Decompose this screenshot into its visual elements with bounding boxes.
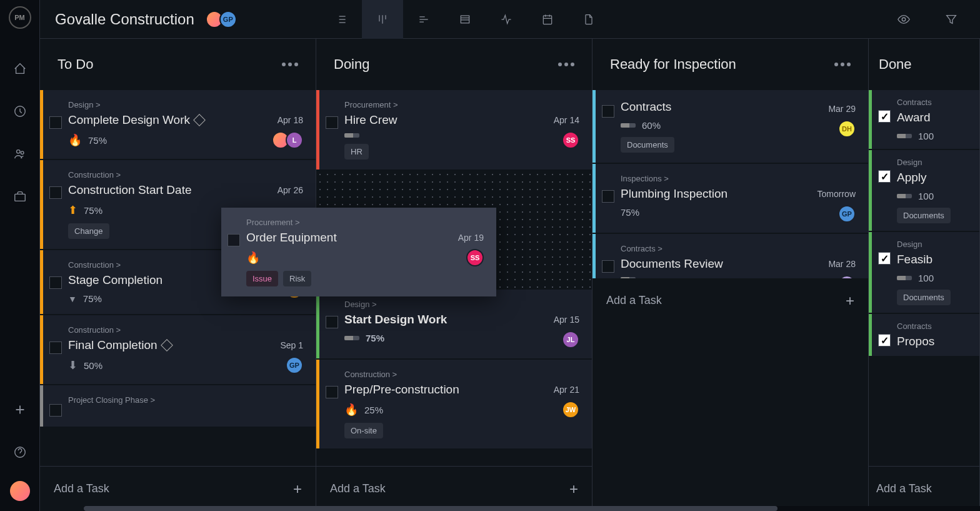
assignee-avatar[interactable]: GP	[838, 205, 856, 223]
task-breadcrumb: Design >	[68, 100, 253, 109]
task-checkbox[interactable]	[326, 316, 338, 328]
assignee-avatar[interactable]: DH	[838, 120, 856, 138]
column-menu-icon[interactable]	[834, 63, 851, 66]
kanban-board: To Do Design > Complete Design Work 🔥75%…	[40, 39, 980, 511]
plus-icon: +	[293, 480, 302, 498]
task-checkbox[interactable]	[49, 404, 62, 417]
task-checkbox[interactable]	[49, 276, 62, 289]
task-title: Propos	[897, 335, 979, 348]
task-date: Apr 15	[554, 315, 579, 325]
task-title: Hire Crew	[344, 113, 529, 127]
column-menu-icon[interactable]	[282, 63, 298, 66]
task-title: Construction Start Date	[68, 183, 253, 197]
assignee-avatar[interactable]: SS	[466, 249, 484, 266]
task-percent: 60%	[642, 120, 661, 131]
task-card[interactable]: Design > Complete Design Work 🔥75% Apr 1…	[40, 90, 316, 159]
svg-point-7	[902, 18, 906, 21]
task-breadcrumb: Design	[897, 158, 979, 167]
people-icon[interactable]	[6, 140, 34, 168]
user-avatar[interactable]	[10, 481, 30, 501]
task-breadcrumb: Procurement >	[246, 218, 434, 227]
column-title: Ready for Inspection	[610, 56, 736, 73]
progress-bar-icon	[621, 123, 636, 128]
priority-up-icon: ⬆	[68, 203, 78, 217]
project-members[interactable]: GP	[206, 11, 233, 28]
add-task-button[interactable]: Add a Task+	[316, 466, 592, 511]
assignee-avatar[interactable]: MC	[838, 275, 856, 278]
activity-view-icon[interactable]	[486, 0, 527, 39]
app-logo[interactable]: PM	[9, 6, 31, 29]
horizontal-scrollbar[interactable]	[84, 506, 980, 511]
task-checkbox[interactable]	[602, 105, 614, 118]
task-checkbox[interactable]	[228, 234, 240, 246]
progress-bar-icon	[897, 134, 912, 138]
task-breadcrumb: Construction >	[68, 325, 253, 335]
task-checkbox[interactable]	[49, 186, 62, 199]
task-breadcrumb: Design >	[344, 300, 529, 309]
progress-bar-icon	[621, 277, 636, 278]
task-card[interactable]: ✓ Contracts Propos	[869, 314, 979, 356]
recent-icon[interactable]	[6, 98, 34, 125]
task-checkbox[interactable]	[602, 260, 614, 273]
scrollbar-thumb[interactable]	[84, 506, 778, 511]
task-card[interactable]: Construction > Prep/Pre-construction 🔥25…	[316, 360, 592, 448]
task-date: Apr 14	[554, 115, 579, 125]
assignee-avatar[interactable]: JL	[562, 331, 579, 348]
task-card[interactable]: ✓ Design Feasib 100 Documents	[869, 232, 979, 313]
task-card[interactable]: ✓ Design Apply 100 Documents	[869, 150, 979, 231]
task-card[interactable]: Contracts > Documents Review DocumentsLe…	[592, 234, 868, 278]
add-icon[interactable]	[6, 396, 34, 423]
task-card[interactable]: Procurement > Hire Crew HR Apr 14 SS	[316, 90, 592, 169]
task-tag: Documents	[621, 137, 674, 153]
milestone-icon	[161, 339, 173, 352]
task-checkbox[interactable]: ✓	[878, 334, 891, 347]
task-breadcrumb: Contracts	[897, 321, 979, 331]
dragged-task-card[interactable]: Procurement > Order Equipment 🔥 IssueRis…	[221, 208, 496, 296]
briefcase-icon[interactable]	[6, 183, 34, 210]
filter-icon[interactable]	[938, 6, 965, 33]
task-title: Contracts	[621, 100, 806, 114]
task-checkbox[interactable]: ✓	[878, 170, 891, 183]
task-title: Documents Review	[621, 257, 806, 271]
avatar[interactable]: GP	[219, 11, 237, 28]
assignee-avatar[interactable]: SS	[562, 131, 579, 149]
calendar-view-icon[interactable]	[527, 0, 568, 39]
task-checkbox[interactable]	[326, 116, 338, 129]
assignee-avatar[interactable]: L	[286, 131, 303, 149]
task-title: Award	[897, 111, 979, 124]
add-task-button[interactable]: Add a Task	[869, 466, 979, 511]
task-card[interactable]: Inspections > Plumbing Inspection 75% To…	[592, 164, 868, 233]
gantt-view-icon[interactable]	[403, 0, 444, 39]
add-task-button[interactable]: Add a Task+	[592, 278, 868, 323]
task-checkbox[interactable]	[602, 190, 614, 203]
task-title: Feasib	[897, 253, 979, 266]
sheet-view-icon[interactable]	[444, 0, 486, 39]
board-view-icon[interactable]	[362, 0, 403, 39]
view-switcher	[321, 0, 609, 39]
task-title: Apply	[897, 171, 979, 185]
list-view-icon[interactable]	[321, 0, 362, 39]
task-card[interactable]: Design > Start Design Work 75% Apr 15 JL	[316, 290, 592, 358]
task-checkbox[interactable]	[326, 386, 338, 398]
task-card[interactable]: Construction > Final Completion ⬇50% Sep…	[40, 315, 316, 384]
task-checkbox[interactable]	[49, 116, 62, 129]
visibility-icon[interactable]	[890, 6, 918, 33]
task-checkbox[interactable]: ✓	[878, 252, 891, 265]
column-menu-icon[interactable]	[558, 63, 574, 66]
home-icon[interactable]	[6, 55, 34, 83]
assignee-avatar[interactable]: GP	[286, 357, 303, 374]
task-card[interactable]: Project Closing Phase >	[40, 385, 316, 427]
task-breadcrumb: Construction >	[68, 170, 253, 180]
project-title[interactable]: Govalle Construction	[55, 11, 194, 28]
task-percent: 75%	[84, 205, 102, 216]
task-tag: Change	[68, 223, 109, 239]
add-task-button[interactable]: Add a Task+	[40, 466, 316, 511]
files-view-icon[interactable]	[568, 0, 609, 39]
task-checkbox[interactable]	[49, 342, 62, 354]
task-card[interactable]: Contracts 60% Documents Mar 29 DH	[592, 90, 868, 163]
assignee-avatar[interactable]: JW	[562, 401, 579, 418]
help-icon[interactable]	[6, 438, 34, 466]
task-card[interactable]: ✓ Contracts Award 100	[869, 90, 979, 149]
task-percent: 75%	[88, 135, 107, 146]
task-checkbox[interactable]: ✓	[878, 110, 891, 123]
